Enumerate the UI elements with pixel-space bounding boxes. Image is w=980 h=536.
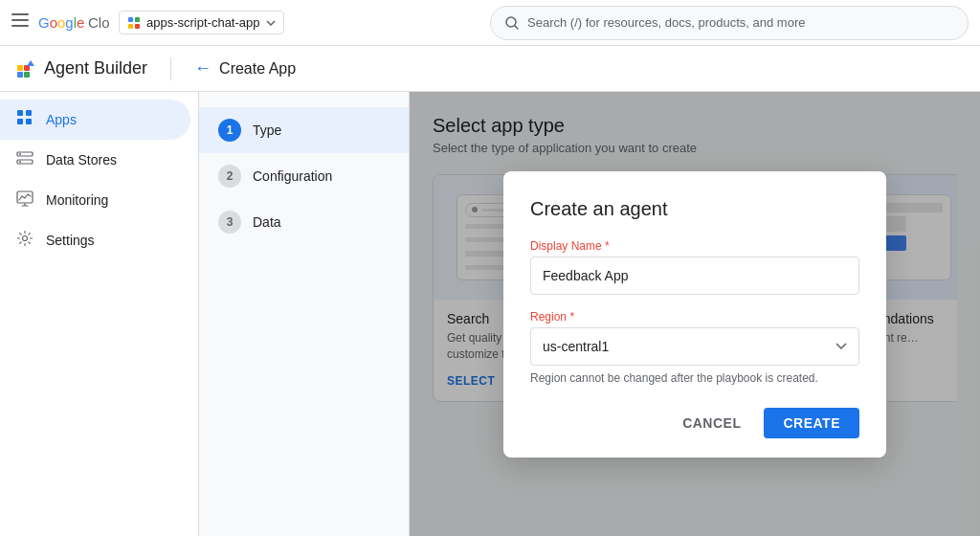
- step-type[interactable]: 1 Type: [199, 107, 409, 153]
- search-placeholder: Search (/) for resources, docs, products…: [527, 15, 805, 30]
- steps-panel: 1 Type 2 Configuration 3 Data: [199, 92, 410, 536]
- app-title-area: Agent Builder: [15, 58, 147, 79]
- sidebar: Apps Data Stores: [0, 92, 199, 536]
- display-name-input[interactable]: [530, 257, 859, 295]
- svg-point-27: [23, 236, 28, 241]
- svg-rect-1: [11, 19, 29, 21]
- data-stores-icon: [15, 149, 34, 170]
- svg-text:Cloud: Cloud: [88, 14, 109, 31]
- region-group: Region * us-central1 us-east1 europe-wes…: [530, 310, 859, 385]
- sidebar-item-settings[interactable]: Settings: [0, 220, 190, 260]
- project-name: apps-script-chat-app: [146, 15, 260, 30]
- svg-rect-8: [135, 24, 140, 29]
- sidebar-apps-label: Apps: [46, 112, 77, 127]
- svg-rect-5: [128, 17, 133, 22]
- sidebar-item-apps[interactable]: Apps: [0, 100, 190, 140]
- step-2-label: Configuration: [253, 168, 332, 184]
- menu-icon[interactable]: [11, 11, 29, 34]
- app-name: Agent Builder: [44, 58, 147, 78]
- svg-text:Google: Google: [38, 14, 84, 31]
- svg-rect-0: [11, 13, 29, 15]
- modal-overlay: Create an agent Display Name * Region * …: [410, 92, 980, 536]
- sidebar-data-stores-label: Data Stores: [46, 152, 117, 168]
- search-bar[interactable]: Search (/) for resources, docs, products…: [490, 6, 969, 40]
- region-hint: Region cannot be changed after the playb…: [530, 371, 859, 385]
- step-1-circle: 1: [218, 119, 241, 142]
- create-button[interactable]: CREATE: [764, 408, 859, 438]
- cancel-button[interactable]: CANCEL: [667, 408, 756, 438]
- topbar: Google Cloud apps-script-chat-app Search…: [0, 0, 980, 46]
- project-selector[interactable]: apps-script-chat-app: [119, 11, 284, 34]
- svg-line-10: [515, 26, 518, 29]
- svg-rect-11: [17, 72, 23, 78]
- sidebar-settings-label: Settings: [46, 233, 95, 248]
- settings-icon: [15, 230, 34, 251]
- sidebar-item-monitoring[interactable]: Monitoring: [0, 180, 190, 220]
- main-layout: Apps Data Stores: [0, 92, 980, 536]
- svg-rect-17: [26, 110, 32, 116]
- content-area: Select app type Select the type of appli…: [410, 92, 980, 536]
- sidebar-item-data-stores[interactable]: Data Stores: [0, 140, 190, 180]
- region-label: Region *: [530, 310, 859, 324]
- region-select[interactable]: us-central1 us-east1 europe-west1 asia-e…: [530, 327, 859, 366]
- create-agent-dialog: Create an agent Display Name * Region * …: [503, 171, 886, 458]
- step-3-circle: 3: [218, 211, 241, 234]
- secondbar: Agent Builder ← Create App: [0, 46, 980, 92]
- breadcrumb: ← Create App: [194, 58, 296, 78]
- svg-rect-24: [17, 191, 33, 203]
- google-cloud-logo: Google Cloud: [38, 11, 109, 34]
- step-3-label: Data: [253, 214, 281, 230]
- step-2-circle: 2: [218, 165, 241, 188]
- svg-marker-15: [27, 60, 34, 66]
- svg-rect-7: [128, 24, 133, 29]
- step-configuration[interactable]: 2 Configuration: [199, 153, 409, 199]
- apps-icon: [15, 109, 34, 130]
- svg-rect-12: [24, 72, 30, 78]
- svg-rect-6: [135, 17, 140, 22]
- step-data[interactable]: 3 Data: [199, 199, 409, 245]
- back-arrow[interactable]: ←: [194, 58, 212, 78]
- divider: [170, 57, 171, 80]
- display-name-label: Display Name *: [530, 239, 859, 253]
- svg-rect-18: [17, 119, 23, 124]
- svg-rect-2: [11, 25, 29, 27]
- topbar-left: Google Cloud apps-script-chat-app: [11, 11, 284, 34]
- agent-builder-icon: [15, 58, 36, 79]
- svg-rect-13: [17, 65, 23, 71]
- sidebar-monitoring-label: Monitoring: [46, 192, 108, 208]
- svg-rect-16: [17, 110, 23, 116]
- step-1-label: Type: [253, 123, 281, 138]
- page-title: Create App: [219, 60, 296, 78]
- monitoring-icon: [15, 190, 34, 211]
- display-name-group: Display Name *: [530, 239, 859, 295]
- dialog-actions: CANCEL CREATE: [530, 408, 859, 438]
- svg-rect-19: [26, 119, 32, 124]
- dialog-title: Create an agent: [530, 198, 859, 220]
